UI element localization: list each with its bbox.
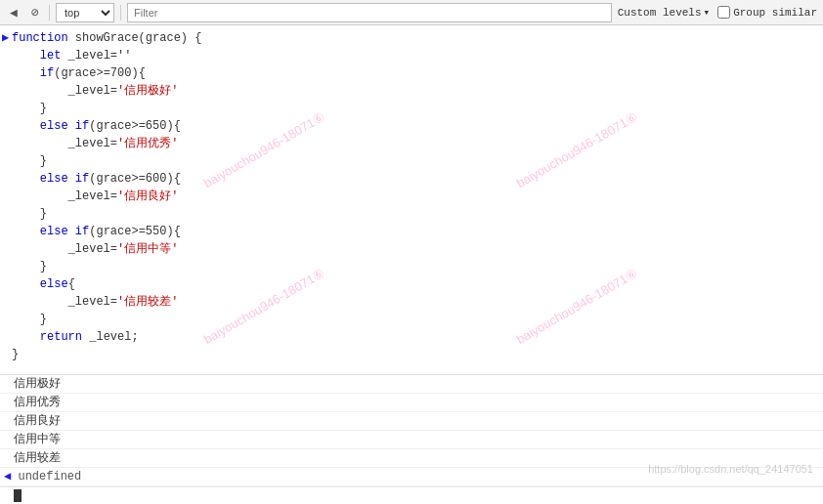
token-plain: _level= — [12, 295, 117, 309]
line-content: } — [12, 100, 823, 117]
code-line: else{ — [0, 275, 823, 293]
line-content: } — [12, 205, 823, 223]
token-kw: else if — [40, 119, 89, 133]
toolbar-divider — [49, 5, 50, 21]
chevron-down-icon: ▾ — [704, 6, 711, 19]
token-plain: } — [12, 313, 47, 326]
line-content: else if(grace>=600){ — [12, 170, 823, 188]
code-line: } — [0, 205, 823, 223]
token-plain — [12, 119, 40, 133]
line-content: else if(grace>=650){ — [12, 117, 823, 135]
code-line: _level='信用较差' — [0, 293, 823, 311]
token-plain: _level= — [12, 84, 117, 98]
token-str: '信用优秀' — [117, 137, 178, 150]
line-content: return _level; — [12, 328, 823, 346]
token-plain: _level; — [82, 330, 139, 344]
token-str: '信用良好' — [117, 189, 178, 203]
token-plain: (grace>=700){ — [54, 66, 146, 80]
token-plain: _level= — [12, 189, 117, 203]
line-content: _level='信用较差' — [12, 293, 823, 311]
code-line: } — [0, 152, 823, 170]
token-plain: _level= — [12, 242, 117, 256]
token-plain — [12, 66, 40, 80]
line-content: else{ — [12, 275, 823, 293]
code-line: _level='信用极好' — [0, 82, 823, 100]
undefined-text: undefined — [18, 468, 81, 485]
code-line: _level='信用优秀' — [0, 135, 823, 152]
stop-icon[interactable]: ⊘ — [27, 5, 43, 21]
code-line: if(grace>=700){ — [0, 64, 823, 82]
code-line: return _level; — [0, 328, 823, 346]
output-line: ◀ undefined — [0, 468, 823, 486]
line-content: function showGrace(grace) { — [12, 29, 823, 47]
token-kw: if — [40, 66, 54, 80]
toolbar: ◀ ⊘ top Custom levels ▾ Group similar — [0, 0, 823, 25]
token-plain: } — [12, 260, 47, 273]
token-str: '信用中等' — [117, 242, 178, 256]
group-similar-checkbox[interactable] — [717, 6, 730, 19]
code-line: else if(grace>=650){ — [0, 117, 823, 135]
code-line: _level='信用良好' — [0, 188, 823, 205]
filter-input[interactable] — [127, 3, 612, 22]
line-content: } — [12, 346, 823, 363]
output-area: 信用极好信用优秀信用良好信用中等信用较差◀ undefined — [0, 375, 823, 486]
line-content: _level='信用优秀' — [12, 135, 823, 152]
token-kw: function — [12, 31, 68, 45]
token-plain: _level= — [12, 137, 117, 150]
code-line: } — [0, 346, 823, 363]
toolbar-divider-2 — [120, 5, 121, 21]
custom-levels-label: Custom levels — [618, 7, 702, 19]
output-line: 信用良好 — [0, 412, 823, 431]
main-area: ▶function showGrace(grace) { let _level=… — [0, 25, 823, 504]
token-plain: } — [12, 348, 19, 361]
code-line: ▶function showGrace(grace) { — [0, 29, 823, 47]
line-arrow: ▶ — [0, 29, 12, 47]
line-content: else if(grace>=550){ — [12, 223, 823, 240]
line-content: } — [12, 311, 823, 328]
token-plain: showGrace(grace) { — [68, 31, 202, 45]
token-plain: (grace>=650){ — [89, 119, 181, 133]
code-container: ▶function showGrace(grace) { let _level=… — [0, 25, 823, 375]
output-line: 信用优秀 — [0, 394, 823, 412]
line-content: _level='信用良好' — [12, 188, 823, 205]
group-similar-text: Group similar — [733, 7, 817, 19]
token-plain: (grace>=600){ — [89, 172, 181, 186]
line-content: if(grace>=700){ — [12, 64, 823, 82]
token-plain — [12, 172, 40, 186]
code-area[interactable]: ▶function showGrace(grace) { let _level=… — [0, 25, 823, 375]
token-str: '信用极好' — [117, 84, 178, 98]
token-plain: } — [12, 207, 47, 221]
code-line: } — [0, 258, 823, 275]
token-plain — [12, 330, 40, 344]
token-kw: return — [40, 330, 82, 344]
token-plain: { — [68, 277, 75, 291]
line-content: } — [12, 258, 823, 275]
output-line: 信用较差 — [0, 449, 823, 468]
cursor — [14, 489, 22, 502]
token-plain: (grace>=550){ — [89, 225, 181, 238]
token-plain: _level='' — [61, 49, 131, 63]
output-line: 信用中等 — [0, 431, 823, 449]
context-select[interactable]: top — [56, 3, 114, 22]
token-plain — [12, 49, 40, 63]
code-line — [0, 363, 823, 375]
bottom-cursor — [0, 486, 823, 504]
token-plain: } — [12, 102, 47, 115]
token-plain — [12, 277, 40, 291]
token-kw: else if — [40, 172, 89, 186]
toolbar-right: Custom levels ▾ Group similar — [618, 6, 817, 19]
token-kw: let — [40, 49, 62, 63]
custom-levels-button[interactable]: Custom levels ▾ — [618, 6, 710, 19]
token-str: '信用较差' — [117, 295, 178, 309]
code-line: else if(grace>=600){ — [0, 170, 823, 188]
token-kw: else — [40, 277, 68, 291]
code-line: let _level='' — [0, 47, 823, 64]
code-line: _level='信用中等' — [0, 240, 823, 258]
token-kw: else if — [40, 225, 89, 238]
code-line: } — [0, 100, 823, 117]
group-similar-label[interactable]: Group similar — [717, 6, 817, 19]
token-plain — [12, 225, 40, 238]
line-content: } — [12, 152, 823, 170]
back-icon[interactable]: ◀ — [6, 5, 22, 21]
output-line: 信用极好 — [0, 375, 823, 394]
